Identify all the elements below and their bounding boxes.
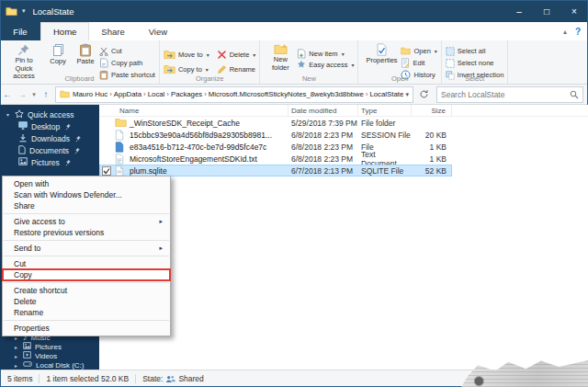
sidebar-item-pictures-pc[interactable]: ▸ Pictures (0, 342, 99, 351)
copy-button[interactable]: Copy (44, 42, 72, 67)
group-label-open: Open (358, 74, 440, 83)
breadcrumb-segment[interactable]: Mauro Huc (73, 90, 107, 98)
close-button[interactable]: × (560, 0, 588, 22)
context-menu-item-rename[interactable]: Rename (3, 307, 170, 318)
sidebar-item-videos[interactable]: ▸ Videos (0, 351, 99, 360)
properties-button[interactable]: Properties (362, 42, 401, 66)
menu-item-label: Copy (14, 270, 32, 279)
delete-button[interactable]: Delete ▾ (217, 47, 256, 62)
select-none-button[interactable]: Select none (446, 57, 503, 69)
refresh-button[interactable] (415, 86, 432, 103)
menu-item-label: Cut (14, 259, 26, 268)
breadcrumb-segment[interactable]: LocalState (369, 90, 403, 98)
file-name: 15cbbc93e90a4d56bf8d9a29305b8981... (130, 131, 272, 140)
file-row[interactable]: 15cbbc93e90a4d56bf8d9a29305b8981... 6/8/… (99, 129, 588, 141)
minimize-button[interactable]: – (505, 0, 533, 22)
context-menu-item-cut[interactable]: Cut (3, 258, 170, 269)
tab-home[interactable]: Home (40, 22, 89, 40)
new-item-button[interactable]: New item ▾ (297, 48, 354, 59)
context-menu-item-create-shortcut[interactable]: Create shortcut (3, 285, 170, 296)
easy-access-button[interactable]: Easy access ▾ (297, 59, 354, 70)
breadcrumb-segment[interactable]: AppData (114, 90, 141, 98)
move-to-button[interactable]: Move to ▾ (164, 47, 209, 62)
search-icon (570, 90, 579, 99)
window-title: LocalState (33, 6, 74, 17)
sidebar-item-label: Local Disk (C:) (36, 361, 84, 370)
address-bar[interactable]: Mauro Huc › AppData › Local › Packages ›… (55, 86, 413, 103)
chevron-right-icon[interactable]: ▸ (13, 353, 19, 359)
context-menu-item-scan-with-windows-defender[interactable]: Scan with Windows Defender... (3, 189, 170, 200)
sidebar-item-label: Videos (35, 352, 57, 360)
sidebar-item-quick-access[interactable]: ▾ Quick access (0, 108, 99, 120)
drive-icon (23, 360, 32, 370)
file-row-selected[interactable]: plum.sqlite 6/7/2018 2:13 PM SQLITE File… (99, 165, 588, 176)
address-dropdown-icon[interactable]: ▾ (405, 91, 409, 98)
sidebar-item-documents[interactable]: Documents (0, 144, 99, 156)
up-button[interactable]: ↑ (39, 89, 53, 99)
sidebar-item-label: Downloads (31, 134, 70, 143)
copy-path-icon (99, 58, 108, 68)
context-menu-item-give-access-to[interactable]: Give access to ▸ (3, 216, 170, 227)
sidebar-item-downloads[interactable]: Downloads (0, 132, 99, 144)
help-icon[interactable]: ? (575, 27, 581, 37)
context-menu-item-copy[interactable]: Copy (3, 269, 170, 280)
forward-button[interactable]: → (15, 89, 29, 99)
sidebar-item-local-disk-c[interactable]: ▸ Local Disk (C:) (0, 360, 99, 370)
search-input[interactable] (441, 90, 567, 99)
column-header-size[interactable]: Size (412, 105, 452, 116)
status-state-value: Shared (178, 374, 203, 383)
cut-label: Cut (111, 47, 122, 55)
sidebar-item-label: Documents (29, 146, 69, 155)
tab-share[interactable]: Share (89, 22, 136, 40)
pictures-icon (18, 157, 28, 167)
open-dropdown-icon: ▾ (435, 48, 437, 54)
menu-item-label: Scan with Windows Defender... (14, 190, 122, 199)
search-box[interactable] (436, 86, 583, 103)
file-row[interactable]: e83a4516-b712-470c-be7d-99d5fc4e7c 6/8/2… (99, 141, 588, 153)
column-header-type[interactable]: Type (358, 105, 412, 116)
maximize-button[interactable]: □ (533, 0, 560, 22)
edit-icon (401, 58, 410, 68)
qat-customize-icon[interactable]: ▾ (22, 7, 26, 15)
file-row[interactable]: MicrosoftStoreEngagementSDKId.txt 6/8/20… (99, 153, 588, 165)
breadcrumb-segment[interactable]: Microsoft.MicrosoftStickyNotes_8wekyb3d8… (209, 90, 364, 98)
open-button[interactable]: Open ▾ (401, 45, 436, 57)
menu-item-label: Properties (14, 324, 50, 333)
context-menu-item-delete[interactable]: Delete (3, 296, 170, 307)
file-row[interactable]: _WinStoreSDK_Receipt_Cache 5/29/2018 7:3… (99, 117, 588, 129)
cut-button[interactable]: Cut (99, 45, 155, 57)
context-menu-item-properties[interactable]: Properties (3, 323, 170, 334)
breadcrumb-segment[interactable]: Local (148, 90, 165, 98)
context-menu-item-restore-previous-versions[interactable]: Restore previous versions (3, 227, 170, 238)
sidebar-item-pictures[interactable]: Pictures (0, 156, 99, 168)
tab-file[interactable]: File (0, 22, 40, 40)
select-all-button[interactable]: Select all (446, 45, 503, 57)
edit-button[interactable]: Edit (401, 57, 436, 69)
checkbox-checked-icon[interactable] (102, 166, 112, 176)
breadcrumb-separator: › (109, 90, 112, 98)
chevron-down-icon[interactable]: ▾ (5, 111, 11, 118)
breadcrumb-segment[interactable]: Packages (171, 90, 202, 98)
tab-view[interactable]: View (137, 22, 179, 40)
column-header-name[interactable]: Name (99, 105, 288, 116)
context-menu-item-share[interactable]: Share (3, 200, 170, 211)
context-menu-item-send-to[interactable]: Send to ▸ (3, 243, 170, 254)
file-type: SQLITE File (358, 165, 412, 176)
back-button[interactable]: ← (0, 89, 15, 99)
open-icon (401, 47, 411, 55)
group-label-clipboard: Clipboard (0, 74, 159, 83)
menu-item-label: Give access to (14, 217, 65, 226)
column-header-date-modified[interactable]: Date modified (288, 105, 358, 116)
new-folder-button[interactable]: New folder (264, 42, 297, 73)
delete-dropdown-icon: ▾ (253, 51, 255, 58)
chevron-right-icon[interactable]: ▸ (13, 362, 19, 369)
paste-button[interactable]: Paste (72, 42, 99, 67)
ribbon-collapse-icon[interactable]: ▴ (563, 28, 567, 36)
ribbon-tab-strip: File Home Share View ▴ ? (0, 22, 588, 40)
context-menu-item-open-with[interactable]: Open with (3, 178, 170, 189)
status-selection-info: 1 item selected 52.0 KB (46, 374, 129, 383)
chevron-right-icon[interactable]: ▸ (13, 344, 19, 350)
sidebar-item-desktop[interactable]: Desktop (0, 120, 99, 132)
copy-path-button[interactable]: Copy path (99, 57, 155, 69)
recent-locations-icon[interactable]: ▾ (29, 91, 39, 98)
